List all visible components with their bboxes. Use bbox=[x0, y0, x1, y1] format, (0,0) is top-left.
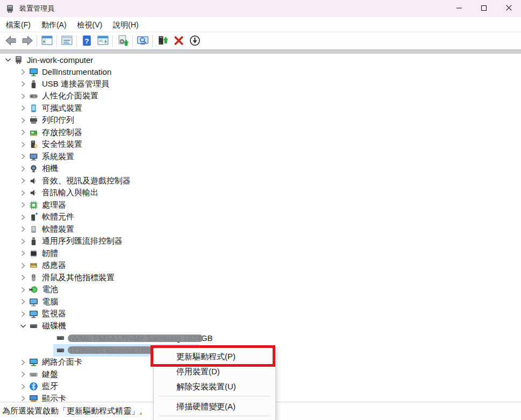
update-driver-button[interactable] bbox=[154, 34, 170, 49]
chevron-right-icon[interactable] bbox=[18, 201, 27, 210]
chevron-right-icon[interactable] bbox=[18, 261, 27, 270]
menu-item-1[interactable]: 動作(A) bbox=[37, 18, 72, 31]
monitor-icon bbox=[28, 67, 38, 77]
tree-item[interactable]: 軟體元件 bbox=[0, 211, 521, 224]
tree-item[interactable]: 滑鼠及其他指標裝置 bbox=[0, 272, 521, 284]
remote-computer-button[interactable] bbox=[134, 34, 151, 49]
chevron-right-icon[interactable] bbox=[18, 273, 27, 282]
tree-item[interactable]: 相機 bbox=[0, 163, 521, 175]
menu-bar: 檔案(F)動作(A)檢視(V)說明(H) bbox=[0, 17, 521, 32]
chevron-right-icon[interactable] bbox=[18, 176, 27, 186]
toolbar-separator bbox=[56, 35, 57, 47]
redaction-bar bbox=[68, 334, 203, 342]
tree-item[interactable]: Jin-work-computer bbox=[0, 54, 521, 66]
tree-item-label: 鍵盤 bbox=[42, 369, 58, 380]
properties-button[interactable] bbox=[59, 34, 75, 49]
toolbar-separator bbox=[112, 35, 113, 47]
tree-item-label: 電池 bbox=[42, 284, 58, 295]
tree-item[interactable]: 電池 bbox=[0, 284, 521, 296]
tree-item[interactable]: 感應器 bbox=[0, 260, 521, 272]
chevron-right-icon[interactable] bbox=[18, 297, 27, 307]
tree-item[interactable]: 人性化介面裝置 bbox=[0, 90, 521, 103]
chevron-right-icon[interactable] bbox=[18, 116, 27, 125]
tree-item[interactable]: DellInstrumentation bbox=[0, 66, 521, 79]
tree-item-label: Jin-work-computer bbox=[27, 55, 93, 65]
console-tree-button[interactable] bbox=[39, 34, 55, 49]
properties-icon bbox=[61, 34, 73, 48]
chevron-right-icon[interactable] bbox=[18, 188, 27, 197]
tree-item-label: 電腦 bbox=[42, 297, 58, 307]
forward-button[interactable] bbox=[19, 34, 35, 49]
chevron-down-icon[interactable] bbox=[18, 322, 27, 331]
chevron-down-icon[interactable] bbox=[3, 55, 12, 65]
tree-item[interactable]: NVMe PM9A1 NVMe Samsung 1024GB bbox=[0, 332, 521, 345]
chevron-right-icon[interactable] bbox=[18, 128, 27, 137]
tree-item[interactable]: 音訊輸入與輸出 bbox=[0, 187, 521, 200]
chevron-right-icon[interactable] bbox=[18, 152, 27, 161]
disable-button[interactable] bbox=[187, 34, 203, 49]
context-menu-item-4[interactable]: 掃描硬體變更(A) bbox=[154, 398, 275, 414]
chevron-right-icon[interactable] bbox=[18, 225, 27, 234]
tree-item-label: 列印佇列 bbox=[42, 115, 74, 125]
menu-item-0[interactable]: 檔案(F) bbox=[1, 18, 35, 31]
help-button[interactable]: ? bbox=[78, 34, 95, 49]
tree-item-label: 音效、視訊及遊戲控制器 bbox=[42, 176, 131, 186]
chevron-right-icon[interactable] bbox=[18, 382, 27, 391]
tree-item[interactable]: 韌體 bbox=[0, 247, 521, 260]
menu-item-3[interactable]: 說明(H) bbox=[108, 18, 143, 31]
chevron-right-icon[interactable] bbox=[18, 80, 27, 89]
action-pane-button[interactable] bbox=[95, 34, 111, 49]
maximize-button[interactable] bbox=[472, 0, 496, 17]
tree-item[interactable]: 通用序列匯流排控制器 bbox=[0, 236, 521, 248]
tree-item[interactable]: 磁碟機 bbox=[0, 320, 521, 332]
chevron-right-icon[interactable] bbox=[18, 358, 27, 367]
toolbar: ? bbox=[0, 32, 521, 50]
menu-item-2[interactable]: 檢視(V) bbox=[73, 18, 108, 31]
chevron-right-icon[interactable] bbox=[18, 237, 27, 246]
swdev-icon bbox=[28, 224, 38, 234]
maximize-icon bbox=[481, 5, 487, 13]
tree-item[interactable]: 可攜式裝置 bbox=[0, 102, 521, 115]
chevron-right-icon[interactable] bbox=[18, 285, 27, 294]
tree-item-label: 存放控制器 bbox=[42, 127, 82, 138]
annotation-red-box bbox=[151, 345, 275, 367]
tree-item-label: DellInstrumentation bbox=[42, 67, 111, 76]
minimize-button[interactable] bbox=[447, 0, 472, 17]
window-title: 裝置管理員 bbox=[19, 4, 54, 13]
firmware-icon bbox=[28, 248, 38, 258]
tree-item[interactable]: 音效、視訊及遊戲控制器 bbox=[0, 175, 521, 187]
tree-item[interactable]: 系統裝置 bbox=[0, 151, 521, 163]
tree-item[interactable]: 軟體裝置 bbox=[0, 223, 521, 236]
chevron-right-icon[interactable] bbox=[18, 91, 27, 101]
tree-item[interactable]: USB 連接器管理員 bbox=[0, 78, 521, 90]
chevron-right-icon[interactable] bbox=[18, 164, 27, 173]
close-button[interactable] bbox=[496, 0, 521, 17]
keyboard-icon bbox=[28, 369, 38, 379]
usb-icon bbox=[28, 237, 38, 246]
chevron-right-icon[interactable] bbox=[18, 309, 27, 318]
tree-item-label: 通用序列匯流排控制器 bbox=[42, 236, 123, 246]
tree-item[interactable]: 列印佇列 bbox=[0, 115, 521, 127]
pc-icon bbox=[28, 297, 38, 307]
update-driver-icon bbox=[156, 34, 169, 48]
chevron-right-icon[interactable] bbox=[18, 67, 27, 76]
tree-item[interactable]: 處理器 bbox=[0, 199, 521, 211]
chevron-right-icon[interactable] bbox=[18, 140, 27, 149]
chevron-right-icon[interactable] bbox=[18, 104, 27, 113]
tree-item[interactable]: 安全性裝置 bbox=[0, 139, 521, 151]
tree-item[interactable]: 監視器 bbox=[0, 308, 521, 321]
chevron-right-icon[interactable] bbox=[18, 212, 27, 222]
tree-item[interactable]: 存放控制器 bbox=[0, 126, 521, 139]
usb-icon bbox=[28, 79, 38, 89]
chevron-right-icon[interactable] bbox=[18, 249, 27, 258]
tree-item-label: 韌體 bbox=[42, 248, 58, 259]
disk-icon bbox=[55, 333, 65, 343]
scan-hardware-button[interactable] bbox=[115, 34, 131, 49]
back-button[interactable] bbox=[3, 34, 19, 49]
chevron-right-icon[interactable] bbox=[18, 370, 27, 379]
monitor-magnifier-icon bbox=[137, 34, 149, 48]
tree-item[interactable]: 電腦 bbox=[0, 296, 521, 308]
context-menu-item-2[interactable]: 解除安裝裝置(U) bbox=[154, 379, 275, 394]
uninstall-button[interactable] bbox=[170, 34, 187, 49]
back-arrow-icon bbox=[5, 34, 17, 48]
